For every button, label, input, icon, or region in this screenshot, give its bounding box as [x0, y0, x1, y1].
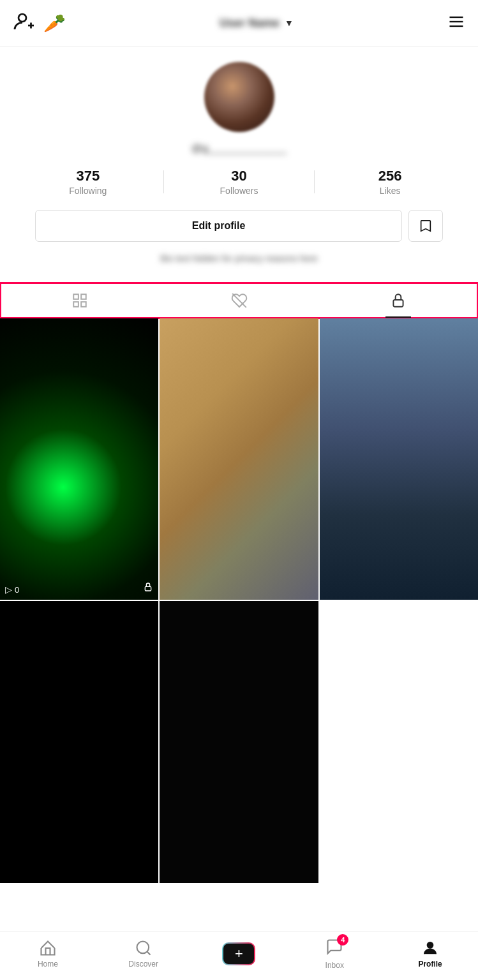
followers-count: 30	[231, 168, 246, 184]
grid-icon	[71, 292, 88, 309]
discover-icon	[135, 939, 153, 957]
tab-liked[interactable]	[160, 283, 319, 318]
inbox-badge-count: 4	[337, 934, 348, 946]
user-handle: @g_____________	[191, 142, 287, 155]
video-overlay-1: ▷ 0	[5, 584, 19, 595]
nav-home[interactable]: Home	[26, 939, 70, 969]
likes-count: 256	[378, 168, 402, 184]
svg-rect-8	[73, 302, 78, 307]
following-label: Following	[69, 186, 107, 196]
discover-label: Discover	[128, 960, 158, 969]
video-cell-1[interactable]: ▷ 0	[0, 318, 158, 600]
followers-label: Followers	[220, 186, 258, 196]
svg-point-13	[137, 942, 149, 954]
create-button[interactable]: +	[222, 942, 255, 965]
bookmark-icon	[419, 219, 433, 233]
stats-row: 375 Following 30 Followers 256 Likes	[13, 168, 465, 196]
action-buttons: Edit profile	[35, 210, 442, 242]
inbox-label: Inbox	[325, 961, 344, 970]
username-text: User Name	[220, 17, 280, 30]
video-lock-icon-1	[143, 582, 153, 595]
menu-icon[interactable]	[447, 13, 465, 33]
avatar	[204, 62, 274, 132]
following-stat[interactable]: 375 Following	[13, 168, 163, 196]
bookmark-button[interactable]	[408, 210, 443, 242]
followers-stat[interactable]: 30 Followers	[164, 168, 315, 196]
home-icon	[39, 939, 57, 957]
video-grid: ▷ 0	[0, 318, 478, 883]
home-label: Home	[38, 960, 58, 969]
bio-text: Bio text hidden for privacy reasons here	[160, 253, 318, 264]
heart-crossed-icon	[231, 292, 248, 309]
likes-stat[interactable]: 256 Likes	[315, 168, 465, 196]
video-cell-2[interactable]	[160, 318, 318, 600]
carrot-logo-icon[interactable]: 🥕	[43, 13, 66, 34]
video-cell-4[interactable]	[0, 601, 158, 882]
nav-profile[interactable]: Profile	[408, 939, 452, 969]
profile-section: @g_____________ 375 Following 30 Followe…	[0, 47, 478, 276]
nav-create[interactable]: +	[216, 942, 261, 965]
edit-profile-button[interactable]: Edit profile	[35, 210, 401, 242]
top-navigation: 🥕 User Name ▼	[0, 0, 478, 47]
video-cell-5[interactable]	[160, 601, 318, 882]
svg-rect-12	[146, 587, 151, 591]
svg-rect-7	[81, 294, 86, 299]
svg-rect-6	[73, 294, 78, 299]
play-icon-1: ▷	[5, 584, 12, 595]
profile-tabs	[0, 283, 478, 318]
lock-icon	[390, 292, 407, 309]
bottom-navigation: Home Discover + 4 Inbox Profile	[0, 931, 478, 980]
chevron-down-icon: ▼	[285, 18, 294, 28]
video-cell-3[interactable]	[320, 318, 478, 600]
username-dropdown[interactable]: User Name ▼	[220, 17, 294, 30]
add-user-icon[interactable]	[13, 10, 36, 36]
plus-icon: +	[235, 947, 243, 961]
svg-point-15	[427, 942, 433, 948]
nav-discover[interactable]: Discover	[121, 939, 166, 969]
inbox-badge-container: 4	[325, 938, 343, 958]
profile-icon	[421, 939, 439, 957]
svg-rect-11	[394, 300, 403, 307]
tab-videos[interactable]	[0, 283, 160, 318]
svg-rect-9	[81, 302, 86, 307]
top-nav-left: 🥕	[13, 10, 66, 36]
content-area: @g_____________ 375 Following 30 Followe…	[0, 47, 478, 934]
video-cell-6[interactable]	[320, 601, 478, 882]
profile-label: Profile	[418, 960, 442, 969]
following-count: 375	[76, 168, 100, 184]
svg-line-14	[147, 951, 150, 954]
svg-point-0	[19, 14, 26, 22]
tab-private[interactable]	[318, 283, 478, 318]
likes-label: Likes	[380, 186, 401, 196]
nav-inbox[interactable]: 4 Inbox	[312, 938, 357, 970]
view-count-1: 0	[15, 585, 19, 595]
